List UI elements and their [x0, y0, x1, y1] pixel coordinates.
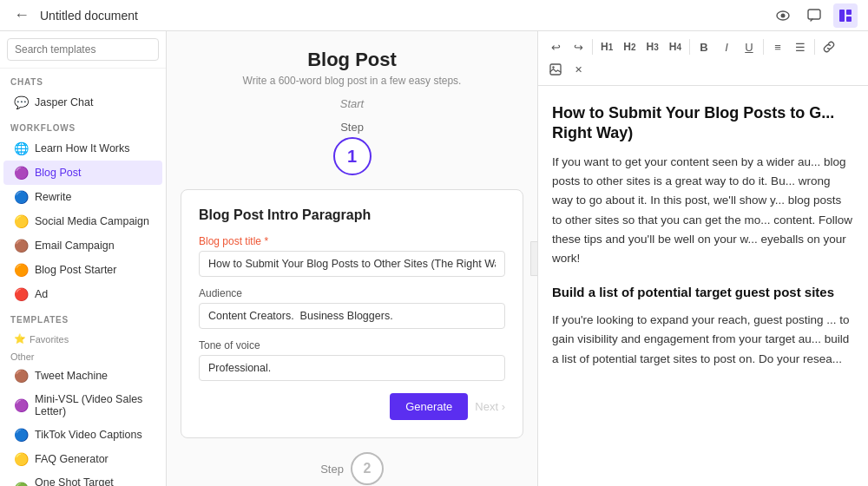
learn-icon: 🌐	[14, 141, 28, 155]
h2-button[interactable]: H2	[619, 36, 640, 57]
link-icon	[823, 41, 835, 53]
sidebar-item-faq[interactable]: 🟡 FAQ Generator	[3, 447, 162, 471]
header: ← Untitled document	[0, 0, 868, 31]
vsl-icon: 🟣	[14, 398, 28, 412]
audience-input[interactable]	[199, 303, 505, 329]
sidebar-item-learn-how[interactable]: 🌐 Learn How It Works	[3, 136, 162, 161]
preview-icon-button[interactable]	[771, 3, 795, 28]
clear-format-button[interactable]: ✕	[568, 59, 589, 80]
flow-title: Blog Post	[181, 49, 523, 71]
faq-icon: 🟡	[14, 452, 28, 466]
tone-of-voice-input[interactable]	[199, 355, 505, 381]
editor-content[interactable]: How to Submit Your Blog Posts to G...Rig…	[538, 86, 868, 486]
sidebar-item-ad[interactable]: 🔴 Ad	[3, 282, 162, 306]
sidebar-item-label: Ad	[35, 288, 48, 300]
star-icon: ⭐	[14, 333, 26, 345]
sidebar-item-label: Blog Post	[35, 167, 82, 179]
collapse-button[interactable]: ‹	[530, 241, 538, 276]
image-icon	[549, 63, 562, 76]
sidebar-item-email-campaign[interactable]: 🟤 Email Campaign	[3, 233, 162, 258]
sidebar: CHATS 💬 Jasper Chat WORKFLOWS 🌐 Learn Ho…	[0, 31, 167, 486]
other-label: Other	[0, 350, 166, 364]
field2-label: Audience	[199, 287, 505, 299]
ordered-list-button[interactable]: ≡	[767, 36, 788, 57]
field1-label: Blog post title *	[199, 235, 505, 247]
svg-rect-5	[846, 16, 852, 22]
sidebar-item-label: Learn How It Works	[35, 142, 130, 154]
sidebar-item-tweet-machine[interactable]: 🟤 Tweet Machine	[3, 364, 162, 388]
svg-point-1	[781, 13, 786, 17]
ad-icon: 🔴	[14, 287, 28, 301]
flow-subtitle: Write a 600-word blog post in a few easy…	[181, 75, 523, 87]
required-indicator: *	[261, 235, 268, 247]
redo-button[interactable]: ↪	[568, 36, 589, 57]
editor-para-1: If you want to get your content seen by …	[552, 153, 854, 269]
editor-heading-1: How to Submit Your Blog Posts to G...Rig…	[552, 103, 854, 144]
sidebar-item-label: Rewrite	[35, 191, 71, 203]
toolbar-sep-2	[689, 39, 690, 55]
link-button[interactable]	[819, 36, 839, 57]
eye-icon	[776, 9, 790, 23]
italic-button[interactable]: I	[716, 36, 737, 57]
sidebar-item-jasper-chat[interactable]: 💬 Jasper Chat	[3, 90, 162, 115]
sidebar-item-tiktok[interactable]: 🔵 TikTok Video Captions	[3, 423, 162, 447]
tiktok-icon: 🔵	[14, 428, 28, 442]
social-icon: 🟡	[14, 214, 28, 228]
undo-button[interactable]: ↩	[545, 36, 566, 57]
underline-button[interactable]: U	[739, 36, 760, 57]
one-shot-icon: 🟢	[14, 482, 28, 486]
sidebar-item-social-media[interactable]: 🟡 Social Media Campaign	[3, 209, 162, 233]
section-label-chats: CHATS	[0, 69, 166, 90]
blog-post-card: Blog Post Intro Paragraph Blog post titl…	[181, 189, 523, 438]
chat-icon-button[interactable]	[802, 3, 826, 28]
image-button[interactable]	[545, 59, 566, 80]
flow-container: Blog Post Write a 600-word blog post in …	[167, 31, 537, 486]
sidebar-item-label: Tweet Machine	[35, 370, 108, 382]
h4-button[interactable]: H4	[665, 36, 686, 57]
next-button[interactable]: Next ›	[475, 400, 505, 413]
sidebar-item-rewrite[interactable]: 🔵 Rewrite	[3, 185, 162, 209]
h3-button[interactable]: H3	[641, 36, 662, 57]
favorites-label: Favorites	[30, 334, 69, 345]
step2-label: Step	[320, 463, 344, 476]
header-right	[771, 3, 858, 28]
unordered-list-button[interactable]: ☰	[790, 36, 811, 57]
sidebar-item-label: Email Campaign	[35, 240, 115, 252]
generate-button[interactable]: Generate	[390, 393, 468, 420]
toolbar-sep-3	[763, 39, 764, 55]
starter-icon: 🟠	[14, 263, 28, 277]
chat-small-icon: 💬	[14, 95, 28, 109]
search-input[interactable]	[7, 38, 159, 61]
sidebar-favorites-label: ⭐ Favorites	[3, 328, 162, 350]
editor-heading-2: Build a list of potential target guest p…	[552, 282, 854, 304]
section-label-templates: TEMPLATES	[0, 306, 166, 328]
search-box	[0, 31, 166, 69]
blog-post-title-input[interactable]	[199, 251, 505, 277]
svg-rect-6	[550, 64, 561, 75]
sidebar-item-label: Social Media Campaign	[35, 215, 149, 227]
svg-point-7	[552, 66, 554, 68]
tweet-icon: 🟤	[14, 369, 28, 383]
center-panel: Blog Post Write a 600-word blog post in …	[167, 31, 538, 486]
svg-rect-4	[846, 10, 852, 15]
sidebar-item-mini-vsl[interactable]: 🟣 Mini-VSL (Video Sales Letter)	[3, 388, 162, 423]
bold-button[interactable]: B	[694, 36, 714, 57]
svg-rect-3	[839, 10, 845, 22]
back-button[interactable]: ←	[10, 4, 33, 26]
card-title: Blog Post Intro Paragraph	[199, 207, 505, 223]
sidebar-item-label: One Shot Target Audience ...	[35, 476, 152, 486]
blog-icon: 🟣	[14, 166, 28, 180]
layout-icon-button[interactable]	[833, 3, 858, 28]
sidebar-item-one-shot[interactable]: 🟢 One Shot Target Audience ...	[3, 471, 162, 486]
email-icon: 🟤	[14, 239, 28, 253]
sidebar-item-label: Jasper Chat	[35, 96, 93, 108]
sidebar-item-blog-starter[interactable]: 🟠 Blog Post Starter	[3, 258, 162, 282]
sidebar-item-label: Mini-VSL (Video Sales Letter)	[35, 393, 152, 417]
step2-circle: 2	[351, 452, 384, 485]
h1-button[interactable]: H1	[596, 36, 617, 57]
editor-para-2: If you're looking to expand your reach, …	[552, 311, 854, 369]
sidebar-item-label: Blog Post Starter	[35, 264, 117, 276]
header-left: ← Untitled document	[10, 4, 138, 26]
right-panel: ↩ ↪ H1 H2 H3 H4 B I U ≡ ☰	[538, 31, 868, 486]
sidebar-item-blog-post[interactable]: 🟣 Blog Post	[3, 161, 162, 185]
